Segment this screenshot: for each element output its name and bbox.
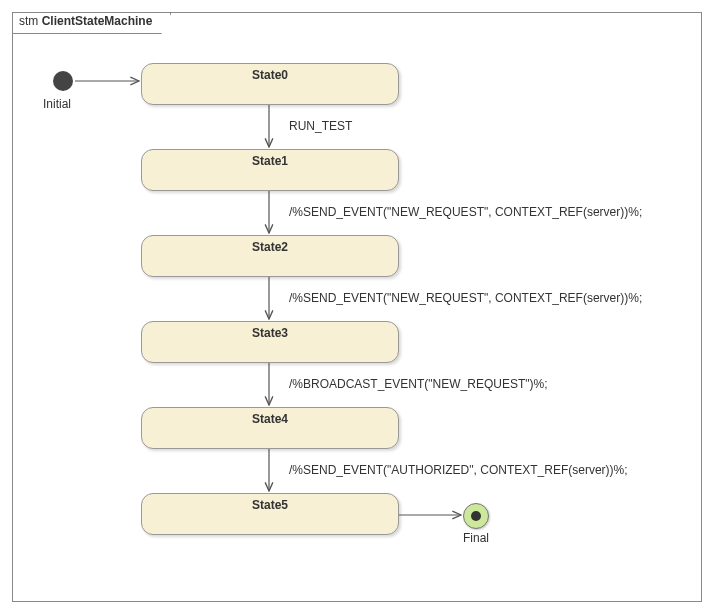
transition-label-s1-s2: /%SEND_EVENT("NEW_REQUEST", CONTEXT_REF(… (289, 205, 642, 219)
frame-title-tab: stm ClientStateMachine (13, 13, 171, 34)
initial-label: Initial (43, 97, 71, 111)
frame-title: ClientStateMachine (42, 14, 153, 28)
transition-label-s4-s5: /%SEND_EVENT("AUTHORIZED", CONTEXT_REF(s… (289, 463, 628, 477)
state-machine-frame: stm ClientStateMachine Initial State0 St… (12, 12, 702, 602)
transition-label-s0-s1: RUN_TEST (289, 119, 352, 133)
state-name: State3 (252, 322, 288, 340)
state-name: State4 (252, 408, 288, 426)
state-name: State5 (252, 494, 288, 512)
state-state3: State3 (141, 321, 399, 363)
state-name: State0 (252, 64, 288, 82)
transition-label-s3-s4: /%BROADCAST_EVENT("NEW_REQUEST")%; (289, 377, 548, 391)
initial-pseudostate (53, 71, 73, 91)
state-state2: State2 (141, 235, 399, 277)
state-state4: State4 (141, 407, 399, 449)
frame-kind: stm (19, 14, 38, 28)
state-name: State1 (252, 150, 288, 168)
final-state (463, 503, 489, 529)
final-label: Final (463, 531, 489, 545)
state-state1: State1 (141, 149, 399, 191)
state-name: State2 (252, 236, 288, 254)
transition-label-s2-s3: /%SEND_EVENT("NEW_REQUEST", CONTEXT_REF(… (289, 291, 642, 305)
state-state0: State0 (141, 63, 399, 105)
state-state5: State5 (141, 493, 399, 535)
